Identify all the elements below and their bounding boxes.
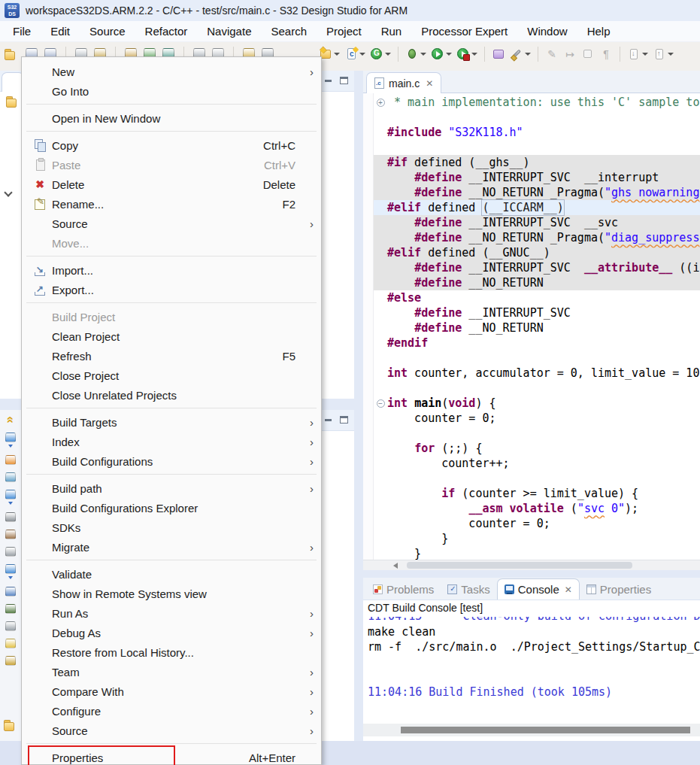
- minimized-view-icon[interactable]: [5, 621, 16, 631]
- restore-views-icon[interactable]: «: [5, 416, 16, 423]
- context-menu-item-open-in-new-window[interactable]: Open in New Window: [22, 108, 321, 128]
- context-menu-item-build-configurations-explorer[interactable]: Build Configurations Explorer: [22, 498, 321, 518]
- run-icon[interactable]: [431, 47, 452, 61]
- run-coverage-icon[interactable]: [456, 47, 477, 61]
- context-menu-item-migrate[interactable]: Migrate›: [22, 537, 321, 557]
- context-menu-item-run-as[interactable]: Run As›: [22, 603, 321, 623]
- tab-main-c[interactable]: main.c ✕: [366, 72, 441, 93]
- dropdown-caret-icon[interactable]: [420, 53, 426, 56]
- console-output[interactable]: 11:04:15 **** Clean-only build of config…: [363, 617, 700, 721]
- context-menu-item-rename[interactable]: Rename...F2: [22, 194, 321, 214]
- context-menu-item-validate[interactable]: Validate: [22, 564, 321, 584]
- console-tab-tasks[interactable]: Tasks: [441, 578, 496, 600]
- new-project-wizard-icon[interactable]: [319, 47, 340, 61]
- dropdown-caret-icon[interactable]: [8, 576, 13, 579]
- minimized-view-icon[interactable]: [5, 433, 16, 442]
- menubar-item-refactor[interactable]: Refactor: [135, 21, 198, 41]
- show-whitespace-icon[interactable]: ¶: [599, 47, 613, 61]
- dropdown-caret-icon[interactable]: [668, 53, 674, 56]
- new-c-file-icon[interactable]: [344, 47, 365, 61]
- dropdown-caret-icon[interactable]: [385, 53, 391, 56]
- open-folder-icon[interactable]: [492, 47, 505, 61]
- menubar-item-processor-expert[interactable]: Processor Expert: [411, 21, 517, 41]
- dropdown-caret-icon[interactable]: [8, 502, 13, 505]
- minimized-view-icon[interactable]: [5, 455, 16, 465]
- context-menu-item-close-project[interactable]: Close Project: [22, 366, 321, 385]
- minimized-view-icon[interactable]: [5, 547, 16, 557]
- context-menu-item-refresh[interactable]: RefreshF5: [22, 346, 321, 366]
- menubar-item-run[interactable]: Run: [371, 21, 412, 41]
- scrollbar-thumb[interactable]: [407, 562, 632, 569]
- c-project-folder-icon[interactable]: [2, 720, 16, 736]
- context-menu-item-new[interactable]: New›: [22, 62, 321, 81]
- close-icon[interactable]: ✕: [426, 78, 433, 89]
- minimized-view-icon[interactable]: [5, 472, 16, 482]
- fold-toggle-icon[interactable]: −: [374, 396, 387, 411]
- code-editor[interactable]: + * main implementation: use this 'C' sa…: [363, 93, 700, 560]
- context-menu-item-paste[interactable]: PasteCtrl+V: [22, 155, 321, 175]
- vertical-splitter[interactable]: [354, 71, 363, 741]
- context-menu-item-go-into[interactable]: Go Into: [22, 81, 321, 101]
- context-menu-item-index[interactable]: Index›: [22, 432, 321, 451]
- minimized-view-icon[interactable]: [5, 587, 16, 597]
- dropdown-caret-icon[interactable]: [8, 445, 13, 448]
- minimized-view-icon[interactable]: [5, 490, 16, 499]
- context-menu-item-move[interactable]: Move...: [22, 233, 321, 253]
- next-annotation-icon[interactable]: [627, 47, 648, 61]
- minimize-icon[interactable]: [324, 416, 332, 423]
- debug-icon[interactable]: [405, 47, 426, 61]
- context-menu-item-build-targets[interactable]: Build Targets›: [22, 412, 321, 432]
- minimized-view-icon[interactable]: [5, 639, 16, 648]
- project-folder-icon[interactable]: [5, 96, 18, 113]
- dropdown-caret-icon[interactable]: [334, 53, 340, 56]
- context-menu-item-restore-from-local-history[interactable]: Restore from Local History...: [22, 642, 321, 662]
- context-menu-item-team[interactable]: Team›: [22, 662, 321, 682]
- new-wizard-icon[interactable]: [3, 49, 17, 62]
- minimized-view-icon[interactable]: [5, 530, 16, 539]
- context-menu-item-clean-project[interactable]: Clean Project: [22, 326, 321, 346]
- generate-processor-expert-code-icon[interactable]: [370, 47, 391, 61]
- maximize-icon[interactable]: [340, 77, 348, 84]
- menubar-item-project[interactable]: Project: [317, 21, 371, 41]
- context-menu-item-sdks[interactable]: SDKs: [22, 518, 321, 537]
- dropdown-caret-icon[interactable]: [642, 53, 648, 56]
- context-menu-item-build-configurations[interactable]: Build Configurations›: [22, 451, 321, 471]
- context-menu-item-compare-with[interactable]: Compare With›: [22, 682, 321, 701]
- scroll-left-arrow-icon[interactable]: [393, 563, 398, 569]
- editor-horizontal-scrollbar[interactable]: [363, 560, 700, 570]
- context-menu-item-build-project[interactable]: Build Project: [22, 307, 321, 326]
- context-menu-item-delete[interactable]: ✖DeleteDelete: [22, 175, 321, 194]
- minimized-view-icon[interactable]: [5, 656, 16, 666]
- mark-text-icon[interactable]: ✎: [545, 47, 559, 61]
- context-menu-item-export[interactable]: ↗Export...: [22, 280, 321, 299]
- minimize-icon[interactable]: [324, 77, 332, 84]
- menubar-item-navigate[interactable]: Navigate: [197, 21, 261, 41]
- minimized-view-icon[interactable]: [5, 564, 16, 574]
- context-menu-item-source[interactable]: Source›: [22, 214, 321, 233]
- jump-icon[interactable]: ↦: [563, 47, 577, 61]
- fold-toggle-icon[interactable]: +: [374, 95, 387, 110]
- tree-expand-chevron-icon[interactable]: [4, 188, 12, 196]
- scrollbar-thumb[interactable]: [401, 727, 690, 733]
- minimized-view-icon[interactable]: [5, 512, 16, 522]
- console-tab-console[interactable]: Console✕: [497, 578, 580, 600]
- context-menu-item-properties[interactable]: PropertiesAlt+Enter: [22, 748, 321, 765]
- dropdown-caret-icon[interactable]: [359, 53, 365, 56]
- format-brush-icon[interactable]: [510, 47, 531, 61]
- console-horizontal-scrollbar[interactable]: [363, 724, 700, 736]
- context-menu-item-source[interactable]: Source›: [22, 721, 321, 740]
- dropdown-caret-icon[interactable]: [471, 53, 477, 56]
- context-menu-item-show-in-remote-systems-view[interactable]: Show in Remote Systems view: [22, 584, 321, 603]
- context-menu-item-copy[interactable]: CopyCtrl+C: [22, 135, 321, 155]
- menubar-item-window[interactable]: Window: [517, 21, 577, 41]
- horizontal-splitter[interactable]: [363, 570, 700, 578]
- menubar-item-edit[interactable]: Edit: [41, 21, 80, 41]
- block-selection-icon[interactable]: [581, 47, 595, 61]
- console-tab-problems[interactable]: Problems: [366, 578, 441, 600]
- menubar-item-search[interactable]: Search: [261, 21, 317, 41]
- dropdown-caret-icon[interactable]: [525, 53, 531, 56]
- console-tab-properties[interactable]: Properties: [580, 578, 658, 600]
- minimized-view-icon[interactable]: [5, 604, 16, 614]
- context-menu-item-configure[interactable]: Configure›: [22, 701, 321, 721]
- maximize-icon[interactable]: [340, 416, 348, 423]
